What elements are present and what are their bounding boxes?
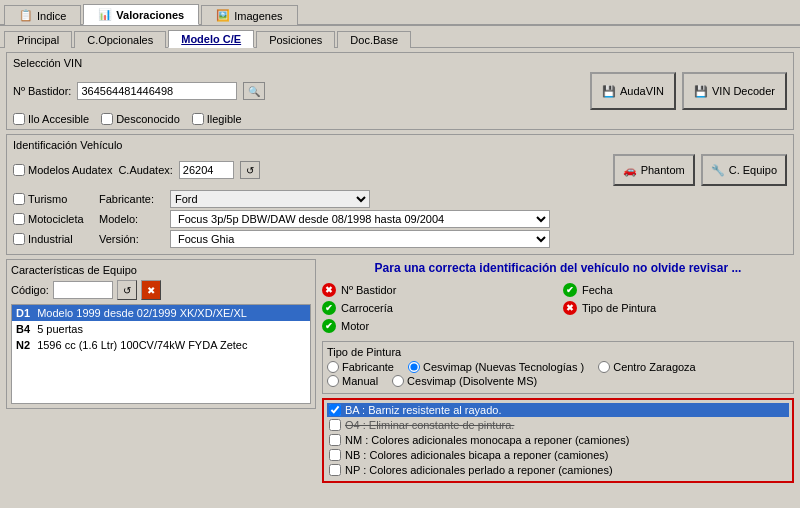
sub-tab-bar: Principal C.Opcionales Modelo C/E Posici… (0, 26, 800, 48)
tab-valoraciones[interactable]: 📊 Valoraciones (83, 4, 199, 25)
tab-principal[interactable]: Principal (4, 31, 72, 48)
fecha-status-icon: ✔ (563, 283, 577, 297)
paint-option-NP-checkbox[interactable] (329, 464, 341, 476)
check-motor: ✔ Motor (322, 319, 553, 333)
right-panel: Para una correcta identificación del veh… (322, 259, 794, 483)
caudatex-input[interactable] (179, 161, 234, 179)
paint-option-NP[interactable]: NP : Colores adicionales perlado a repon… (327, 463, 789, 477)
iloaccesible-checkbox[interactable] (13, 113, 25, 125)
modelo-select[interactable]: Focus 3p/5p DBW/DAW desde 08/1998 hasta … (170, 210, 550, 228)
radio-manual[interactable] (327, 375, 339, 387)
radio-cesvimap2-label[interactable]: Cesvimap (Disolvente MS) (392, 375, 537, 387)
paint-option-BA[interactable]: BA : Barniz resistente al rayado. (327, 403, 789, 417)
bastidor-status-icon: ✖ (322, 283, 336, 297)
code-label: Código: (11, 284, 49, 296)
check-fecha: ✔ Fecha (563, 283, 794, 297)
vehicle-id-title: Identificación Vehículo (13, 139, 787, 151)
bastidor-input[interactable] (77, 82, 237, 100)
radio-centro-label[interactable]: Centro Zaragoza (598, 361, 696, 373)
equip-title: Características de Equipo (11, 264, 311, 276)
paint-option-NB-checkbox[interactable] (329, 449, 341, 461)
caudatex-search-button[interactable]: ↺ (240, 161, 260, 179)
cequipo-button[interactable]: 🔧 C. Equipo (701, 154, 787, 186)
top-tab-bar: 📋 Indice 📊 Valoraciones 🖼️ Imagenes (0, 0, 800, 26)
equip-list: D1 Modelo 1999 desde 02/1999 XK/XD/XE/XL… (11, 304, 311, 404)
caudatex-label: C.Audatex: (118, 164, 172, 176)
tab-indice[interactable]: 📋 Indice (4, 5, 81, 25)
vin-section: Selección VIN Nº Bastidor: 🔍 💾 AudaVIN 💾… (6, 52, 794, 130)
paint-type-title: Tipo de Pintura (327, 346, 789, 358)
paint-option-BA-checkbox[interactable] (329, 404, 341, 416)
car-icon: 🚗 (623, 164, 637, 177)
ilegible-checkbox[interactable] (192, 113, 204, 125)
carroceria-status-icon: ✔ (322, 301, 336, 315)
check-carroceria: ✔ Carrocería (322, 301, 553, 315)
bastidor-label: Nº Bastidor: (13, 85, 71, 97)
equip-section: Características de Equipo Código: ↺ ✖ D1… (6, 259, 316, 409)
radio-cesvimap-label[interactable]: Cesvimap (Nuevas Tecnologías ) (408, 361, 584, 373)
paint-option-NM[interactable]: NM : Colores adicionales monocapa a repo… (327, 433, 789, 447)
fabricante-select[interactable]: Ford (170, 190, 370, 208)
paint-option-NM-checkbox[interactable] (329, 434, 341, 446)
paint-option-NB[interactable]: NB : Colores adicionales bicapa a repone… (327, 448, 789, 462)
radio-manual-label[interactable]: Manual (327, 375, 378, 387)
tab-imagenes[interactable]: 🖼️ Imagenes (201, 5, 297, 25)
equip-item-D1[interactable]: D1 Modelo 1999 desde 02/1999 XK/XD/XE/XL (12, 305, 310, 321)
audavin-button[interactable]: 💾 AudaVIN (590, 72, 676, 110)
paint-option-O4-checkbox[interactable] (329, 419, 341, 431)
paint-option-O4[interactable]: O4 : Eliminar constante de pintura. (327, 418, 789, 432)
vehicle-id-section: Identificación Vehículo Modelos Audatex … (6, 134, 794, 255)
tab-copcionales[interactable]: C.Opcionales (74, 31, 166, 48)
industrial-checkbox[interactable] (13, 233, 25, 245)
vin-decoder-db-icon: 💾 (694, 85, 708, 98)
modelos-checkbox-label[interactable]: Modelos Audatex (13, 164, 112, 176)
motor-status-icon: ✔ (322, 319, 336, 333)
valoraciones-icon: 📊 (98, 8, 112, 21)
phantom-button[interactable]: 🚗 Phantom (613, 154, 695, 186)
vin-decoder-button[interactable]: 💾 VIN Decoder (682, 72, 787, 110)
left-panel: Características de Equipo Código: ↺ ✖ D1… (6, 259, 316, 483)
version-select[interactable]: Focus Ghia (170, 230, 550, 248)
indice-icon: 📋 (19, 9, 33, 22)
iloaccesible-checkbox-label[interactable]: Ilo Accesible (13, 113, 89, 125)
audavin-db-icon: 💾 (602, 85, 616, 98)
modelos-checkbox[interactable] (13, 164, 25, 176)
check-tipo-pintura: ✖ Tipo de Pintura (563, 301, 794, 315)
desconocido-checkbox[interactable] (101, 113, 113, 125)
tab-docbase[interactable]: Doc.Base (337, 31, 411, 48)
motocicleta-checkbox-label[interactable]: Motocicleta (13, 213, 93, 225)
turismo-checkbox-label[interactable]: Turismo (13, 193, 93, 205)
paint-options-box: BA : Barniz resistente al rayado. O4 : E… (322, 398, 794, 483)
paint-type-section: Tipo de Pintura Fabricante Cesvimap (Nue… (322, 341, 794, 394)
tab-posiciones[interactable]: Posiciones (256, 31, 335, 48)
main-content: Selección VIN Nº Bastidor: 🔍 💾 AudaVIN 💾… (0, 48, 800, 506)
equip-refresh-button[interactable]: ↺ (117, 280, 137, 300)
radio-cesvimap2[interactable] (392, 375, 404, 387)
modelo-label: Modelo: (99, 213, 164, 225)
radio-fabricante-label[interactable]: Fabricante (327, 361, 394, 373)
imagenes-icon: 🖼️ (216, 9, 230, 22)
fabricante-label: Fabricante: (99, 193, 164, 205)
ilegible-checkbox-label[interactable]: Ilegible (192, 113, 242, 125)
tab-modelo[interactable]: Modelo C/E (168, 30, 254, 48)
industrial-checkbox-label[interactable]: Industrial (13, 233, 93, 245)
desconocido-checkbox-label[interactable]: Desconocido (101, 113, 180, 125)
version-label: Versión: (99, 233, 164, 245)
two-col-layout: Características de Equipo Código: ↺ ✖ D1… (6, 259, 794, 483)
radio-centro[interactable] (598, 361, 610, 373)
turismo-checkbox[interactable] (13, 193, 25, 205)
notice-text: Para una correcta identificación del veh… (322, 259, 794, 277)
search-icon: 🔍 (248, 86, 260, 97)
code-input[interactable] (53, 281, 113, 299)
radio-cesvimap[interactable] (408, 361, 420, 373)
refresh-icon: ↺ (246, 165, 254, 176)
vin-title: Selección VIN (13, 57, 787, 69)
tipo-pintura-status-icon: ✖ (563, 301, 577, 315)
equip-delete-button[interactable]: ✖ (141, 280, 161, 300)
gauge-icon: 🔧 (711, 164, 725, 177)
bastidor-search-button[interactable]: 🔍 (243, 82, 265, 100)
radio-fabricante[interactable] (327, 361, 339, 373)
equip-item-B4[interactable]: B4 5 puertas (12, 321, 310, 337)
motocicleta-checkbox[interactable] (13, 213, 25, 225)
equip-item-N2[interactable]: N2 1596 cc (1.6 Ltr) 100CV/74kW FYDA Zet… (12, 337, 310, 353)
